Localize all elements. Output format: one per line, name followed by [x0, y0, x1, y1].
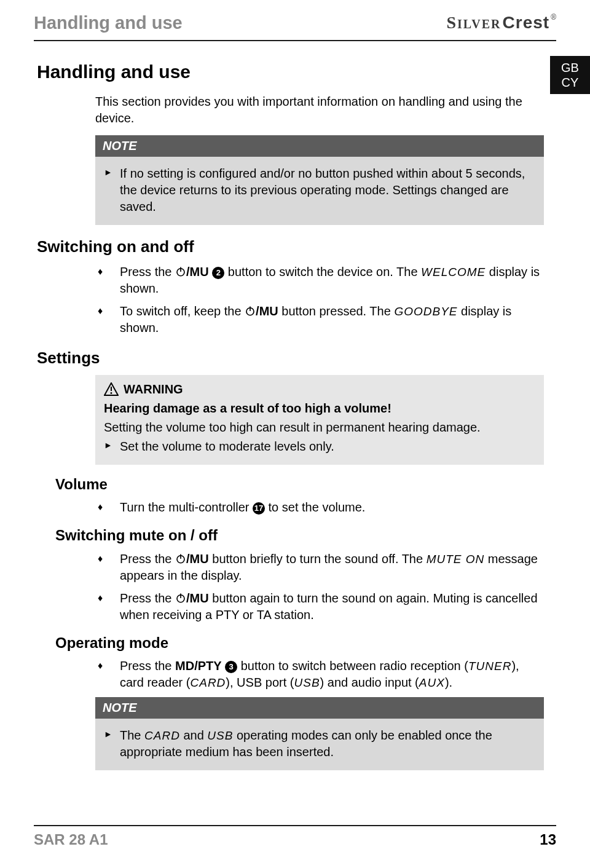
- note2-list: The CARD and USB operating modes can onl…: [104, 727, 535, 760]
- badge-17: 17: [253, 502, 265, 515]
- settings-heading: Settings: [37, 347, 553, 369]
- page-footer: SAR 28 A1 13: [0, 825, 590, 850]
- page-number: 13: [540, 830, 556, 850]
- warning-icon: [104, 382, 119, 396]
- warning-header: WARNING: [104, 381, 535, 398]
- running-header: Handling and use SilverCrest®: [0, 0, 590, 40]
- mute-item-1: Press the /MU button briefly to turn the…: [95, 551, 544, 584]
- note-callout-2: The CARD and USB operating modes can onl…: [95, 719, 544, 770]
- warning-label: WARNING: [124, 381, 183, 398]
- warning-callout: WARNING Hearing damage as a result of to…: [95, 375, 544, 465]
- locale-line-1: GB: [561, 60, 579, 75]
- page-title: Handling and use: [37, 60, 553, 85]
- switching-list: Press the /MU 2 button to switch the dev…: [95, 264, 544, 336]
- warning-bold: Hearing damage as a result of too high a…: [104, 400, 535, 417]
- power-icon: [175, 553, 186, 564]
- welcome-display: WELCOME: [421, 266, 486, 278]
- switch-on-item: Press the /MU 2 button to switch the dev…: [95, 264, 544, 297]
- volume-heading: Volume: [55, 475, 553, 494]
- badge-2: 2: [212, 267, 224, 279]
- page-body: GB CY Handling and use This section prov…: [0, 41, 590, 770]
- opmode-heading: Operating mode: [55, 633, 553, 653]
- power-icon: [245, 306, 256, 317]
- svg-point-6: [111, 392, 112, 394]
- power-icon: [175, 593, 186, 604]
- locale-line-2: CY: [562, 75, 579, 90]
- warning-block: WARNING Hearing damage as a result of to…: [95, 375, 544, 465]
- opmode-item: Press the MD/PTY 3 button to switch betw…: [95, 658, 544, 691]
- note-list-1: If no setting is configured and/or no bu…: [104, 165, 535, 215]
- mute-on-display: MUTE ON: [427, 553, 485, 566]
- opmode-list: Press the MD/PTY 3 button to switch betw…: [95, 658, 544, 691]
- note-item-1: If no setting is configured and/or no bu…: [104, 165, 535, 215]
- model-code: SAR 28 A1: [34, 830, 108, 850]
- goodbye-display: GOODBYE: [394, 305, 457, 318]
- running-title: Handling and use: [34, 11, 183, 35]
- note2-block: NOTE The CARD and USB operating modes ca…: [95, 697, 544, 770]
- brand-silver: Silver: [446, 11, 501, 34]
- note2-item: The CARD and USB operating modes can onl…: [104, 727, 535, 760]
- locale-chip: GB CY: [550, 56, 590, 94]
- mute-item-2: Press the /MU button again to turn the s…: [95, 590, 544, 623]
- warning-bullets: Set the volume to moderate levels only.: [104, 438, 535, 455]
- warning-bullet-1: Set the volume to moderate levels only.: [104, 438, 535, 455]
- note-bar-2: NOTE: [95, 697, 544, 719]
- intro-text: This section provides you with important…: [95, 93, 544, 127]
- power-icon: [175, 266, 186, 277]
- footer-rule: [34, 825, 556, 826]
- volume-item: Turn the multi-controller 17 to set the …: [95, 499, 544, 516]
- note-callout-1: If no setting is configured and/or no bu…: [95, 157, 544, 225]
- badge-3: 3: [225, 661, 237, 673]
- brand-crest: Crest: [503, 11, 550, 34]
- mute-list: Press the /MU button briefly to turn the…: [95, 551, 544, 623]
- note-bar-1: NOTE: [95, 135, 544, 157]
- brand-registered: ®: [551, 12, 556, 22]
- intro-block: This section provides you with important…: [95, 93, 544, 225]
- brand-logo: SilverCrest®: [446, 11, 556, 34]
- switch-off-item: To switch off, keep the /MU button press…: [95, 303, 544, 336]
- mute-heading: Switching mute on / off: [55, 526, 553, 545]
- warning-text: Setting the volume too high can result i…: [104, 419, 535, 436]
- switching-heading: Switching on and off: [37, 236, 553, 258]
- volume-list: Turn the multi-controller 17 to set the …: [95, 499, 544, 516]
